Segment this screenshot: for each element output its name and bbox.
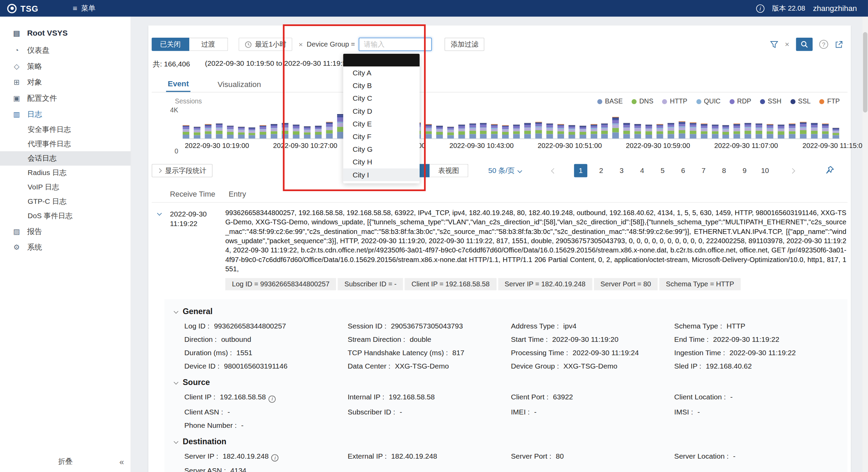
legend-item-ssl[interactable]: SSL [790,98,810,105]
field-stats-button[interactable]: 显示字段统计 [152,164,213,177]
chart-bar[interactable] [646,125,652,138]
dropdown-option-city-e[interactable]: City E [343,117,420,130]
chart-bar[interactable] [756,123,762,138]
chart-bar[interactable] [800,122,806,139]
username[interactable]: zhangzhihan [813,4,857,13]
status-closed-button[interactable]: 已关闭 [152,38,189,51]
chart-bar[interactable] [216,123,222,138]
info-icon[interactable]: i [271,454,279,461]
sidebar-item-dashboard[interactable]: ◔ 仪表盘 [0,42,131,58]
page-button-7[interactable]: 7 [697,164,710,177]
chart-bar[interactable] [623,123,630,138]
sidebar-collapse[interactable]: 折叠 « [0,454,131,469]
page-button-6[interactable]: 6 [676,164,690,177]
chart-bar[interactable] [656,124,663,138]
chart-bar[interactable] [205,124,211,138]
chart-bar[interactable] [833,128,839,138]
chart-bar[interactable] [557,124,564,138]
legend-item-base[interactable]: BASE [597,98,623,105]
chart-bar[interactable] [590,124,597,138]
chart-bar[interactable] [183,125,189,138]
chart-bar[interactable] [667,123,674,138]
legend-item-http[interactable]: HTTP [662,98,687,105]
chart-bar[interactable] [579,126,586,138]
collapse-icon[interactable]: « [119,457,124,466]
section-header-source[interactable]: Source [164,378,847,387]
legend-item-dns[interactable]: DNS [631,98,653,105]
page-button-9[interactable]: 9 [738,164,751,177]
chart-bar[interactable] [822,124,828,138]
menu-button[interactable]: ≡ 菜单 [73,3,95,13]
sidebar-subitem-voip[interactable]: VoIP 日志 [0,180,131,195]
chart-bar[interactable] [436,126,443,138]
chart-bar[interactable] [502,125,509,138]
page-button-4[interactable]: 4 [636,164,649,177]
chart-bar[interactable] [524,123,531,138]
tab-visualization[interactable]: Visualization [216,76,263,92]
legend-item-ssh[interactable]: SSH [760,98,781,105]
sidebar-subitem-[interactable]: 安全事件日志 [0,122,131,137]
chart-bar[interactable] [282,123,288,139]
filter-funnel-button[interactable] [770,40,778,48]
search-button[interactable] [796,38,813,51]
chart-bar[interactable] [447,127,454,138]
page-button-1[interactable]: 1 [574,164,587,177]
page-button-10[interactable]: 10 [758,164,772,177]
chart-bar[interactable] [678,122,685,138]
chart-bar[interactable] [778,125,784,138]
chart-bar[interactable] [480,123,487,139]
chart-bar[interactable] [337,114,343,139]
device-group-input[interactable] [359,38,432,51]
chart-bar[interactable] [535,122,542,138]
time-range-button[interactable]: 最近1小时 [238,38,292,51]
chart-bar[interactable] [194,127,200,138]
sidebar-item-reports[interactable]: ▨ 报告 [0,223,131,239]
dropdown-option-city-b[interactable]: City B [343,79,420,92]
chart-bar[interactable] [491,124,498,138]
scrollbar-thumb[interactable] [863,32,867,113]
page-button-2[interactable]: 2 [595,164,608,177]
help-icon[interactable]: ? [819,40,828,49]
dropdown-option-city-f[interactable]: City F [343,130,420,143]
chart-bar[interactable] [249,127,255,138]
dropdown-option-city-c[interactable]: City C [343,92,420,104]
table-view-button[interactable]: 表视图 [430,164,468,177]
row-expand-icon[interactable] [157,211,162,216]
prev-page-button[interactable] [548,164,560,177]
chart-bar[interactable] [712,125,718,139]
section-header-general[interactable]: General [164,307,847,316]
sidebar-subitem-dos[interactable]: DoS 事件日志 [0,209,131,223]
section-header-destination[interactable]: Destination [164,437,847,446]
chart-bar[interactable] [513,125,520,139]
pin-button[interactable] [825,166,834,177]
export-button[interactable] [835,40,843,48]
page-scrollbar[interactable] [863,17,868,472]
dropdown-option-city-d[interactable]: City D [343,105,420,117]
chart-bar[interactable] [811,123,817,138]
chart-bar[interactable] [227,126,233,139]
chart-bar[interactable] [733,124,740,138]
log-table-row[interactable]: 2022-09-30 11:19:22 993626658344800257, … [152,203,847,294]
info-icon[interactable]: i [269,395,276,402]
sidebar-item-objects[interactable]: ⊞ 对象 [0,74,131,90]
legend-item-ftp[interactable]: FTP [819,98,840,105]
chart-bar[interactable] [612,117,619,138]
sidebar-item-root-vsys[interactable]: ▤ Root VSYS [0,23,131,42]
chart-bar[interactable] [326,122,332,138]
tab-event[interactable]: Event [166,76,190,92]
chart-bar[interactable] [745,123,751,138]
legend-item-quic[interactable]: QUIC [696,98,720,105]
chart-bar[interactable] [767,124,773,138]
chart-bar[interactable] [304,126,310,139]
chart-bar[interactable] [271,124,277,138]
chart-bar[interactable] [546,123,553,138]
status-transition-button[interactable]: 过渡 [189,38,228,51]
chart-bar[interactable] [690,123,696,138]
page-button-3[interactable]: 3 [615,164,628,177]
page-button-5[interactable]: 5 [656,164,669,177]
sidebar-subitem-gtp-c[interactable]: GTP-C 日志 [0,195,131,209]
chart-bar[interactable] [315,126,321,138]
info-icon[interactable]: i [756,4,764,12]
remove-filter-icon[interactable]: × [298,40,303,48]
chart-bar[interactable] [701,124,707,138]
